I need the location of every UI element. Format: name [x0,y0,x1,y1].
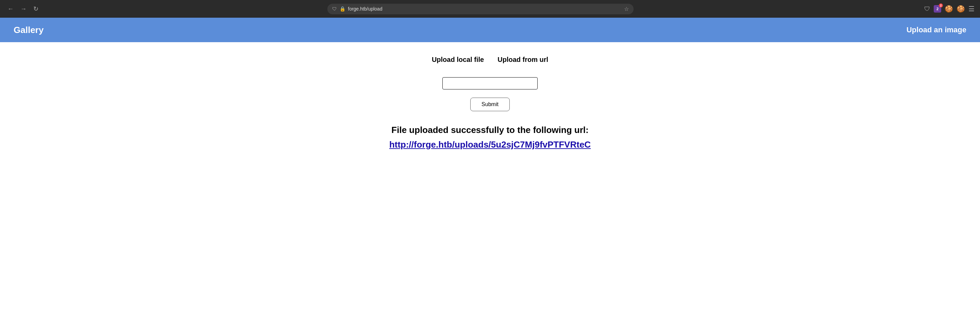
main-content: Upload local file Upload from url Submit… [0,42,980,163]
back-button[interactable]: ← [5,5,16,13]
extensions-icon[interactable]: 2 2 [934,5,941,13]
cookie-icon[interactable]: 🍪 [945,5,953,13]
lock-icon: 🔒 [340,6,345,11]
address-bar[interactable]: 🛡 🔒 forge.htb/upload ☆ [327,4,633,14]
profile-icon[interactable]: 🍪 [956,5,965,13]
app-navbar: Gallery Upload an image [0,18,980,42]
browser-actions: 🛡 2 2 🍪 🍪 ☰ [924,5,975,13]
shield-action-icon[interactable]: 🛡 [924,5,930,13]
forward-button[interactable]: → [18,5,29,13]
url-text: forge.htb/upload [348,6,621,11]
tab-url[interactable]: Upload from url [498,56,548,63]
tab-local-file[interactable]: Upload local file [432,56,484,63]
menu-icon[interactable]: ☰ [969,5,975,13]
bookmark-icon[interactable]: ☆ [624,6,629,12]
browser-chrome: ← → ↻ 🛡 🔒 forge.htb/upload ☆ 🛡 2 2 🍪 🍪 ☰ [0,0,980,18]
badge-count: 2 [939,3,943,8]
url-input[interactable] [442,77,538,89]
submit-button[interactable]: Submit [470,98,510,111]
browser-nav-buttons: ← → ↻ [5,5,40,13]
success-message: File uploaded successfully to the follow… [389,125,591,135]
upload-nav-link[interactable]: Upload an image [907,25,966,34]
reload-button[interactable]: ↻ [31,5,40,13]
shield-icon: 🛡 [332,6,337,11]
uploaded-url-link[interactable]: http://forge.htb/uploads/5u2sjC7Mj9fvPTF… [389,139,591,150]
upload-tabs: Upload local file Upload from url [432,56,548,63]
upload-form: Submit [7,77,973,111]
brand-link[interactable]: Gallery [14,25,43,35]
success-section: File uploaded successfully to the follow… [389,125,591,150]
